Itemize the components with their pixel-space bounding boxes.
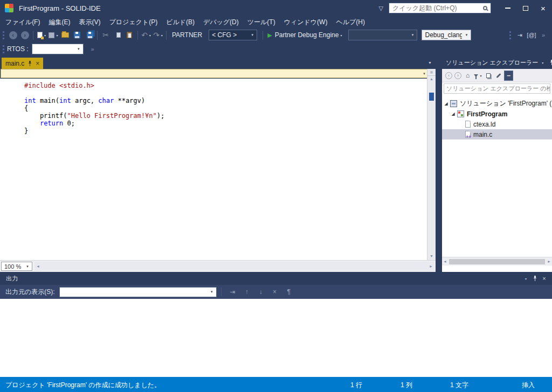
window-position-button[interactable]: ▾: [538, 58, 547, 67]
clear-all-button[interactable]: ×: [269, 287, 281, 297]
nav-forward-button[interactable]: ›: [19, 29, 30, 41]
add-item-icon: [49, 32, 54, 38]
close-button[interactable]: ×: [534, 1, 552, 16]
menu-item-help[interactable]: ヘルプ(H): [332, 16, 369, 29]
solution-explorer-toolbar: ‹ › ⌂ ▾ –: [442, 69, 552, 82]
scroll-down-icon[interactable]: ▼: [427, 253, 436, 260]
menu-item-window[interactable]: ウィンドウ(W): [280, 16, 332, 29]
editor-region: main.c × ▼ ▼ #include <stdio.h> int main…: [0, 56, 436, 272]
save-icon: [74, 32, 80, 38]
prev-message-button[interactable]: ↑: [241, 287, 253, 297]
quick-launch-input[interactable]: クイック起動 (Ctrl+Q): [389, 3, 491, 13]
splitter-handle[interactable]: ≡: [427, 69, 436, 76]
minimize-button[interactable]: [499, 1, 516, 16]
document-list-button[interactable]: ▼: [428, 61, 432, 65]
copy-button[interactable]: [112, 29, 123, 41]
vertical-scrollbar[interactable]: ≡ ▲ ▼: [427, 69, 436, 260]
tree-item[interactable]: ◢FirstProgram: [442, 109, 552, 119]
notifications-icon[interactable]: ▽: [374, 5, 389, 12]
solution-icon: [450, 100, 457, 107]
cut-icon: ✂: [102, 31, 109, 39]
project-icon: [457, 110, 464, 117]
search-icon: [483, 6, 487, 10]
pin-button[interactable]: [530, 274, 540, 283]
properties-button[interactable]: [494, 71, 503, 81]
redo-icon: ↷: [153, 31, 160, 39]
memory-button[interactable]: [@]: [526, 29, 537, 41]
scroll-left-icon[interactable]: ◄: [36, 264, 40, 268]
undo-button[interactable]: ↶▾: [141, 29, 151, 41]
forward-button[interactable]: ›: [454, 72, 461, 79]
open-file-button[interactable]: [60, 29, 71, 41]
window-title: FirstProgram - SOLID-IDE: [19, 4, 101, 12]
tree-item[interactable]: ctexa.ld: [442, 119, 552, 129]
solution-tree[interactable]: ◢ソリューション 'FirstProgram' (1 プロ◢FirstProgr…: [442, 99, 552, 139]
go-to-message-button[interactable]: ⇥: [227, 287, 239, 297]
expand-arrow-icon[interactable]: ◢: [443, 101, 449, 106]
menu-item-project[interactable]: プロジェクト(P): [105, 16, 162, 29]
panel-splitter[interactable]: [436, 56, 442, 272]
pin-button[interactable]: [547, 58, 552, 67]
menu-item-tools[interactable]: ツール(T): [243, 16, 280, 29]
horizontal-scrollbar[interactable]: ◄ ►: [34, 262, 434, 271]
expand-arrow-icon[interactable]: ◢: [450, 111, 456, 116]
back-button[interactable]: ‹: [445, 72, 452, 79]
word-wrap-button[interactable]: ¶: [283, 287, 295, 297]
nav-back-button[interactable]: ‹: [8, 29, 18, 41]
output-source-combobox[interactable]: ▼: [59, 287, 217, 297]
zoom-combobox[interactable]: 100 %▼: [1, 262, 32, 271]
pin-icon[interactable]: [27, 61, 32, 66]
rtos-combobox[interactable]: ▼: [32, 44, 84, 54]
scroll-right-icon[interactable]: ►: [547, 260, 551, 263]
output-panel: 出力 ▾ × 出力元の表示(S): ▼ ⇥ ↑ ↓ × ¶: [0, 272, 552, 377]
horizontal-scrollbar[interactable]: ◄ ►: [442, 257, 552, 265]
dropdown-icon: ▾: [480, 74, 481, 78]
save-all-button[interactable]: [84, 29, 94, 41]
solution-search-input[interactable]: ソリューション エクスプローラー の検索: [444, 83, 550, 94]
code-editor[interactable]: #include <stdio.h> int main(int argc, ch…: [0, 79, 427, 260]
toolbar-grip[interactable]: [3, 31, 4, 39]
save-button[interactable]: [72, 29, 82, 41]
filter-button[interactable]: ▾: [473, 71, 482, 81]
add-item-button[interactable]: ▾: [48, 29, 59, 41]
switch-views-button[interactable]: [484, 71, 493, 81]
maximize-button[interactable]: [516, 1, 534, 16]
scroll-left-icon[interactable]: ◄: [443, 260, 447, 263]
navigation-bar[interactable]: ▼: [1, 69, 435, 78]
menu-item-debug[interactable]: デバッグ(D): [199, 16, 243, 29]
close-icon[interactable]: ×: [36, 60, 39, 67]
cut-button[interactable]: ✂: [100, 29, 111, 41]
tree-item[interactable]: main.c: [442, 129, 552, 139]
paste-button[interactable]: [124, 29, 135, 41]
menu-item-view[interactable]: 表示(V): [74, 16, 105, 29]
configuration-combobox[interactable]: Debug_clang▼: [422, 30, 471, 40]
menu-item-file[interactable]: ファイル(F): [1, 16, 44, 29]
toolbar-grip[interactable]: [3, 45, 4, 53]
close-button[interactable]: ×: [540, 274, 549, 283]
toolbar-overflow-button[interactable]: »: [538, 29, 549, 41]
scroll-up-icon[interactable]: ▲: [427, 76, 436, 82]
debug-engine-label: Partner Debug Engine: [275, 31, 339, 39]
toolbar-overflow-button[interactable]: »: [87, 43, 98, 55]
preview-selected-button[interactable]: –: [504, 71, 513, 81]
window-position-button[interactable]: ▾: [521, 274, 530, 283]
scroll-right-icon[interactable]: ►: [429, 264, 433, 268]
target-combobox[interactable]: ▼: [348, 30, 417, 40]
redo-button[interactable]: ↷▾: [153, 29, 163, 41]
menu-item-build[interactable]: ビルド(B): [162, 16, 199, 29]
cfg-combobox[interactable]: < CFG >▼: [209, 30, 257, 40]
tab-main-c[interactable]: main.c ×: [2, 58, 43, 69]
menu-item-edit[interactable]: 編集(E): [44, 16, 74, 29]
status-message: プロジェクト 'FirstProgram' の作成に成功しました。: [5, 381, 161, 390]
output-content[interactable]: [0, 299, 552, 377]
tree-item[interactable]: ◢ソリューション 'FirstProgram' (1 プロ: [442, 99, 552, 109]
cfile-icon: [465, 131, 471, 138]
new-file-button[interactable]: ▾: [36, 29, 47, 41]
jump-to-button[interactable]: ⇥: [514, 29, 525, 41]
dropdown-icon: ▾: [56, 33, 58, 37]
home-button[interactable]: ⌂: [463, 71, 472, 81]
scrollbar-thumb[interactable]: [449, 259, 545, 264]
next-message-button[interactable]: ↓: [255, 287, 267, 297]
start-debug-button[interactable]: ▶ Partner Debug Engine ▾: [267, 29, 342, 41]
toolbar-grip[interactable]: [509, 31, 511, 39]
